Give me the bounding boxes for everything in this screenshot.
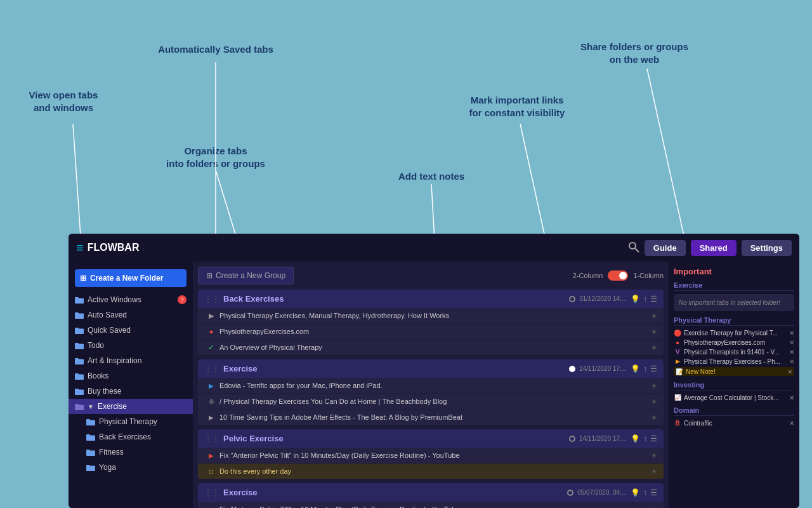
sidebar-item-quick-saved[interactable]: Quick Saved [69, 323, 193, 338]
imp-item-domain[interactable]: B Cointraffic ✕ [674, 419, 794, 427]
note-icon-btn[interactable]: 💡 [631, 364, 640, 373]
sidebar-item-active-windows[interactable]: Active Windows ? [69, 292, 193, 307]
sidebar-item-exercise[interactable]: ▼ Exercise [69, 399, 193, 414]
group-actions: 💡 ↑ ☰ [631, 295, 657, 304]
drag-handle-icon[interactable]: ⋮⋮ [204, 295, 219, 304]
close-icon[interactable]: ✕ [789, 358, 794, 365]
close-icon[interactable]: ✕ [787, 368, 792, 375]
share-icon-btn[interactable]: ↑ [643, 434, 647, 443]
panel-section-domain: Domain [674, 406, 794, 416]
tab-title: Physical Therapy Exercises, Manual Thera… [219, 312, 647, 319]
annotation-view-tabs: View open tabsand windows [10, 89, 117, 114]
folder-icon [75, 327, 84, 334]
tab-item[interactable]: ● PhysiotherapyExercises.com ★ [198, 324, 664, 340]
folder-icon [86, 434, 95, 441]
close-icon[interactable]: ✕ [789, 339, 794, 346]
imp-item[interactable]: V Physical Therapists in 91401 - V... ✕ [674, 348, 794, 356]
group-title: Pelvic Exercise [223, 434, 565, 443]
star-icon[interactable]: ★ [651, 451, 657, 460]
favicon: ✓ [207, 343, 216, 352]
sidebar-item-label: Physical Therapy [99, 417, 157, 426]
imp-item[interactable]: ● PhysiotherapyExercises.com ✕ [674, 338, 794, 346]
star-icon[interactable]: ★ [651, 382, 657, 390]
menu-icon-btn[interactable]: ☰ [650, 488, 657, 497]
star-icon[interactable]: ★ [651, 467, 657, 476]
right-panel: Important Exercise No important tabs in … [669, 262, 799, 508]
tab-title: An Overview of Physical Therapy [219, 344, 647, 351]
star-icon[interactable]: ★ [651, 413, 657, 422]
tab-note-item[interactable]: □ Do this every other day ★ [198, 464, 664, 479]
star-icon[interactable]: ★ [651, 398, 657, 406]
tab-item[interactable]: ▶ Edovia - Terrific apps for your Mac, i… [198, 378, 664, 394]
close-icon[interactable]: ✕ [789, 349, 794, 356]
imp-item[interactable]: 🔴 Exercise Therapy for Physical T... ✕ [674, 329, 794, 337]
star-icon[interactable]: ★ [651, 312, 657, 320]
sidebar-item-auto-saved[interactable]: Auto Saved [69, 307, 193, 323]
panel-section-exercise: Exercise [674, 281, 794, 291]
tab-item[interactable]: ✓ An Overview of Physical Therapy ★ [198, 340, 664, 356]
drag-handle-icon[interactable]: ⋮⋮ [204, 364, 219, 373]
create-folder-button[interactable]: ⊞ Create a New Folder [75, 269, 187, 287]
imp-item-investing[interactable]: 📈 Average Cost Calculator | Stock... ✕ [674, 394, 794, 401]
menu-icon-btn[interactable]: ☰ [650, 295, 657, 304]
group-date: 05/07/2020, 04:... [577, 489, 627, 496]
sidebar-item-todo[interactable]: Todo [69, 338, 193, 353]
tab-title: Fix "Anterior Pelvic Tilt" in 10 Minutes… [219, 505, 647, 508]
close-icon[interactable]: ✕ [789, 420, 794, 427]
sidebar-item-fitness[interactable]: Fitness [69, 444, 193, 460]
sidebar-item-label: Todo [88, 341, 104, 350]
tab-item[interactable]: ▶ Fix "Anterior Pelvic Tilt" in 10 Minut… [198, 502, 664, 508]
sidebar-item-label: Quick Saved [88, 326, 131, 335]
group-header: ⋮⋮ Exercise 05/07/2020, 04:... 💡 ↑ ☰ [198, 483, 664, 502]
share-icon-btn[interactable]: ↑ [643, 364, 647, 373]
group-header: ⋮⋮ Exercise 14/11/2020 17:... 💡 ↑ ☰ [198, 359, 664, 378]
group-header: ⋮⋮ Back Exercises 31/12/2020 14:... 💡 ↑ … [198, 290, 664, 308]
sidebar-item-buy[interactable]: Buy these [69, 384, 193, 399]
group-actions: 💡 ↑ ☰ [631, 364, 657, 373]
share-icon-btn[interactable]: ↑ [643, 295, 647, 304]
annotation-add-notes: Add text notes [374, 170, 488, 183]
imp-item[interactable]: ▶ Physical Therapy Exercises - Ph... ✕ [674, 358, 794, 365]
search-button[interactable] [628, 241, 639, 255]
sidebar-item-yoga[interactable]: Yoga [69, 460, 193, 475]
close-icon[interactable]: ✕ [789, 394, 794, 401]
drag-handle-icon[interactable]: ⋮⋮ [204, 488, 219, 497]
close-icon[interactable]: ✕ [789, 330, 794, 337]
share-icon-btn[interactable]: ↑ [643, 488, 647, 497]
expand-icon: ▼ [88, 403, 94, 410]
tab-item[interactable]: ▶ Physical Therapy Exercises, Manual The… [198, 308, 664, 324]
drag-handle-icon[interactable]: ⋮⋮ [204, 434, 219, 443]
star-icon[interactable]: ★ [651, 344, 657, 352]
tab-item[interactable]: ⚙ / Physical Therapy Exercises You Can D… [198, 394, 664, 410]
guide-button[interactable]: Guide [645, 240, 686, 256]
star-icon[interactable]: ★ [651, 505, 657, 509]
app-logo: ≡ FLOWBAR [76, 241, 139, 255]
note-icon-btn[interactable]: 💡 [631, 488, 640, 497]
menu-icon-btn[interactable]: ☰ [650, 434, 657, 443]
annotation-mark-important: Mark important linksfor constant visibil… [444, 94, 590, 119]
sidebar-item-art[interactable]: Art & Inspiration [69, 353, 193, 368]
group-title: Exercise [223, 488, 563, 497]
imp-note-item[interactable]: 📝 New Note! ✕ [674, 367, 794, 376]
column-toggle-switch[interactable] [608, 271, 628, 281]
sidebar-item-label: Active Windows [88, 295, 141, 304]
tab-item[interactable]: ▶ 10 Time Saving Tips in Adobe After Eff… [198, 410, 664, 425]
note-icon-btn[interactable]: 💡 [631, 434, 640, 443]
imp-title: Physical Therapists in 91401 - V... [684, 349, 787, 356]
plus-icon: ⊞ [80, 274, 86, 283]
folder-icon [75, 297, 84, 304]
tab-title: 10 Time Saving Tips in Adobe After Effec… [219, 413, 647, 421]
sidebar-item-back-exercises[interactable]: Back Exercises [69, 429, 193, 444]
shared-button[interactable]: Shared [691, 240, 737, 256]
tab-item[interactable]: ▶ Fix "Anterior Pelvic Tilt" in 10 Minut… [198, 448, 664, 464]
note-icon-btn[interactable]: 💡 [631, 295, 640, 304]
star-icon[interactable]: ★ [651, 328, 657, 336]
settings-button[interactable]: Settings [742, 240, 792, 256]
create-group-button[interactable]: ⊞ Create a New Group [198, 267, 294, 284]
sidebar-item-physical-therapy[interactable]: Physical Therapy [69, 414, 193, 429]
menu-icon-btn[interactable]: ☰ [650, 364, 657, 373]
group-exercise-2: ⋮⋮ Exercise 05/07/2020, 04:... 💡 ↑ ☰ ▶ F… [198, 483, 664, 508]
group-actions: 💡 ↑ ☰ [631, 434, 657, 443]
panel-section-investing: Investing [674, 381, 794, 391]
sidebar-item-books[interactable]: Books [69, 368, 193, 384]
